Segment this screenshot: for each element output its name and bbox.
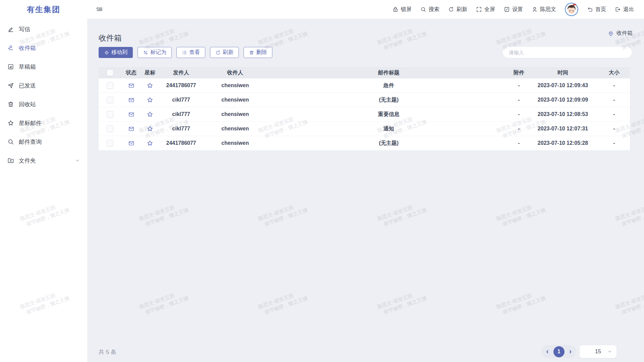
subject-cell[interactable]: 重要信息 [267,111,511,118]
col-attachment: 附件 [511,69,527,76]
recipient-cell: chensiwen [203,126,267,132]
logout-icon [615,6,621,12]
star-toggle-icon[interactable] [141,140,159,146]
attachment-cell: - [511,140,527,146]
attachment-cell: - [511,97,527,103]
sidebar-item-drafts[interactable]: 草稿箱 [0,57,87,76]
sidebar-item-folders[interactable]: 文件夹 [0,151,87,170]
subject-cell[interactable]: 急件 [267,82,511,89]
unread-mail-icon [121,82,141,89]
sidebar-item-trash[interactable]: 回收站 [0,95,87,114]
app-logo: 有生集团 [0,0,87,19]
page-title: 收件箱 [99,33,122,43]
home-label: 首页 [595,6,606,13]
delete-label: 删除 [256,49,267,56]
size-cell: - [598,126,630,132]
star-toggle-icon[interactable] [141,97,159,103]
sidebar-item-mail-search[interactable]: 邮件查询 [0,132,87,151]
unread-mail-icon [121,140,141,146]
move-to-label: 移动到 [111,49,127,56]
mail-row[interactable]: 2441786077chensiwen急件-2023-07-10 12:09:4… [99,78,630,93]
move-to-button[interactable]: 移动到 [99,47,133,58]
star-icon [7,120,14,126]
menu-fold-icon[interactable] [96,6,103,13]
fullscreen-label: 全屏 [484,6,495,13]
sender-cell: 2441786077 [159,82,203,88]
sidebar-item-label: 草稿箱 [19,63,36,71]
current-page-button[interactable]: 1 [553,346,565,357]
delete-icon [249,50,254,55]
delete-button[interactable]: 删除 [244,47,272,58]
chevron-down-icon [607,349,612,354]
recipient-cell: chensiwen [203,82,267,88]
refresh-button[interactable]: 刷新 [448,6,467,13]
topbar: 锁屏 搜索 刷新 全屏 设置 陈思文 [87,0,644,19]
prev-page-button[interactable]: ‹ [545,348,549,355]
subject-cell[interactable]: (无主题) [267,97,511,104]
sidebar-item-compose[interactable]: 写信 [0,20,87,39]
mark-as-icon [143,50,148,55]
logout-button[interactable]: 退出 [615,6,634,13]
mail-row[interactable]: cikl777chensiwen重要信息-2023-07-10 12:08:53… [99,107,630,122]
lock-screen-button[interactable]: 锁屏 [392,6,412,13]
settings-button[interactable]: 设置 [504,6,523,13]
view-button[interactable]: 查看 [176,47,205,58]
sidebar-item-inbox[interactable]: 收件箱 [0,39,87,57]
row-checkbox[interactable] [107,125,113,132]
user-icon [532,6,538,12]
attachment-cell: - [511,126,527,132]
subject-cell[interactable]: (无主题) [267,140,511,147]
row-checkbox[interactable] [107,111,113,118]
settings-icon [504,6,510,12]
search-icon [420,6,426,12]
total-count: 共 5 条 [99,348,116,356]
view-label: 查看 [189,49,200,56]
star-toggle-icon[interactable] [141,82,159,89]
select-all-checkbox[interactable] [107,69,113,76]
sender-cell: cikl777 [159,111,203,117]
mail-row[interactable]: cikl777chensiwen(无主题)-2023-07-10 12:09:0… [99,93,630,107]
row-checkbox[interactable] [107,97,113,103]
home-button[interactable]: 首页 [587,6,606,13]
row-checkbox[interactable] [107,140,113,146]
search-input[interactable] [503,47,632,58]
sidebar-item-label: 邮件查询 [19,138,42,146]
folder-add-icon [7,157,14,164]
move-to-icon [104,50,109,55]
attachment-cell: - [511,82,527,88]
sidebar-item-sent[interactable]: 已发送 [0,76,87,95]
mark-as-label: 标记为 [150,49,166,56]
star-toggle-icon[interactable] [141,111,159,118]
unread-mail-icon [121,111,141,118]
current-user[interactable]: 陈思文 [532,6,556,13]
row-checkbox[interactable] [107,82,113,89]
recipient-cell: chensiwen [203,97,267,103]
size-cell: - [598,140,630,146]
next-page-button[interactable]: › [569,348,572,355]
fullscreen-icon [476,6,482,12]
sent-icon [7,82,14,89]
mail-row[interactable]: 2441786077chensiwen(无主题)-2023-07-10 12:0… [99,136,630,150]
sidebar-item-starred[interactable]: 星标邮件 [0,114,87,132]
avatar[interactable] [565,3,578,16]
fullscreen-button[interactable]: 全屏 [476,6,495,13]
search-button[interactable]: 搜索 [420,6,439,13]
main-content: 收件箱 收件箱 移动到 标记为 查看 刷新 [87,19,644,362]
page-size-select[interactable]: 15 [580,345,616,358]
pagination: ‹ 1 › [541,345,576,358]
subject-cell[interactable]: 通知 [267,125,511,132]
col-star: 星标 [141,69,159,76]
refresh-list-button[interactable]: 刷新 [210,47,239,58]
refresh-icon [215,50,221,55]
star-toggle-icon[interactable] [141,125,159,132]
unread-mail-icon [121,97,141,103]
page-size-value: 15 [595,349,601,355]
username-label: 陈思文 [540,6,556,13]
size-cell: - [598,82,630,88]
search-label: 搜索 [429,6,439,13]
logout-label: 退出 [623,6,634,13]
sidebar-item-label: 星标邮件 [19,119,42,127]
mail-row[interactable]: cikl777chensiwen通知-2023-07-10 12:07:31- [99,122,630,136]
mark-as-button[interactable]: 标记为 [138,47,172,58]
drafts-icon [7,63,14,70]
